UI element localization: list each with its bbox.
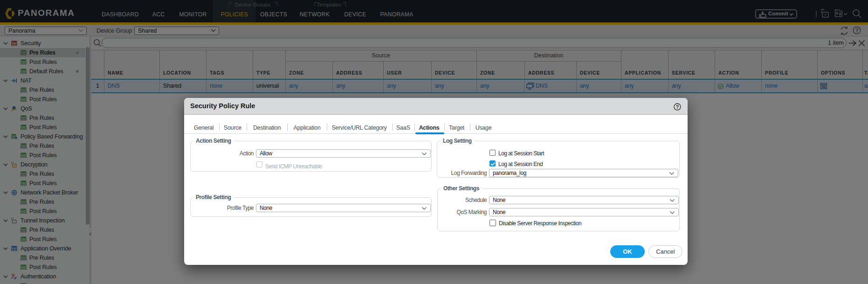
svg-text:?: ? xyxy=(676,104,679,110)
